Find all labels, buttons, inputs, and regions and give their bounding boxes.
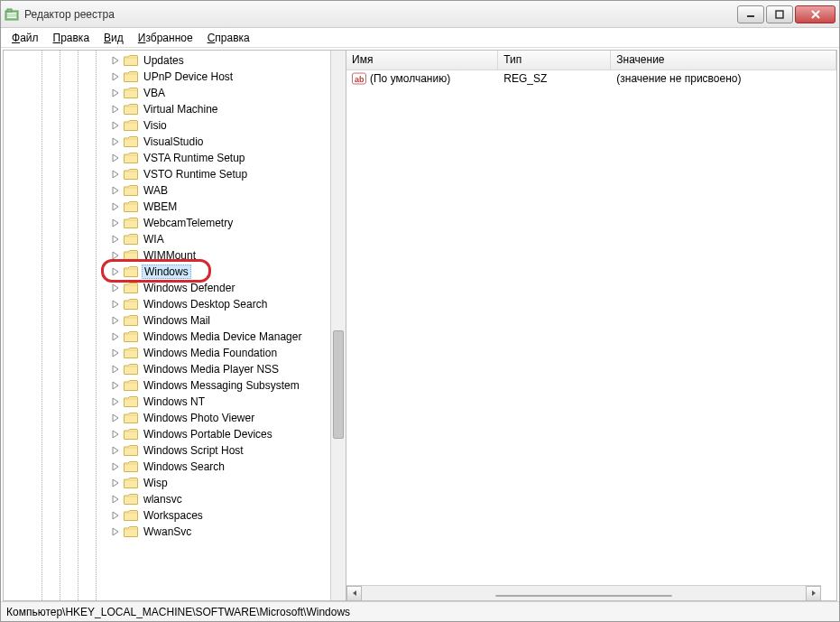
folder-icon <box>124 200 138 213</box>
tree-item[interactable]: Windows Photo Viewer <box>4 410 337 426</box>
menu-item[interactable]: Избранное <box>131 30 200 46</box>
column-header-name[interactable]: Имя <box>346 51 498 70</box>
column-header-type[interactable]: Тип <box>498 51 611 70</box>
tree-item-label: WAB <box>142 184 170 197</box>
expand-icon[interactable] <box>110 251 120 261</box>
expand-icon[interactable] <box>110 316 120 326</box>
expand-icon[interactable] <box>110 348 120 358</box>
registry-tree[interactable]: UpdatesUPnP Device HostVBAVirtual Machin… <box>4 51 337 542</box>
tree-item[interactable]: VBA <box>4 85 337 101</box>
tree-item[interactable]: VSTA Runtime Setup <box>4 150 337 166</box>
close-button[interactable] <box>795 5 835 23</box>
tree-item[interactable]: WIMMount <box>4 247 337 264</box>
tree-item[interactable]: VisualStudio <box>4 134 337 150</box>
scroll-left-button[interactable] <box>346 586 362 601</box>
value-type: REG_SZ <box>498 71 611 86</box>
expand-icon[interactable] <box>110 153 120 163</box>
expand-icon[interactable] <box>110 478 120 488</box>
tree-scroll[interactable]: UpdatesUPnP Device HostVBAVirtual Machin… <box>4 51 337 600</box>
expand-icon[interactable] <box>110 511 120 521</box>
tree-item[interactable]: Workspaces <box>4 507 337 524</box>
expand-icon[interactable] <box>110 186 120 196</box>
tree-item[interactable]: WebcamTelemetry <box>4 215 337 231</box>
expand-icon[interactable] <box>110 267 120 277</box>
menu-item[interactable]: Файл <box>5 30 46 46</box>
maximize-button[interactable] <box>766 5 793 23</box>
tree-item[interactable]: Wisp <box>4 475 337 491</box>
column-header-value[interactable]: Значение <box>611 51 836 70</box>
tree-item[interactable]: Windows Media Player NSS <box>4 361 337 377</box>
status-bar: Компьютер\HKEY_LOCAL_MACHINE\SOFTWARE\Mi… <box>1 601 839 621</box>
tree-item[interactable]: Windows Search <box>4 459 337 475</box>
value-data: (значение не присвоено) <box>611 71 836 86</box>
tree-item[interactable]: Windows Media Foundation <box>4 345 337 361</box>
expand-icon[interactable] <box>110 365 120 375</box>
expand-icon[interactable] <box>110 495 120 505</box>
values-list[interactable]: (По умолчанию)REG_SZ(значение не присвое… <box>346 70 836 87</box>
tree-item[interactable]: Windows Messaging Subsystem <box>4 377 337 394</box>
minimize-button[interactable] <box>737 5 764 23</box>
tree-item[interactable]: Windows NT <box>4 394 337 410</box>
value-row[interactable]: (По умолчанию)REG_SZ(значение не присвое… <box>346 70 836 87</box>
tree-item[interactable]: WAB <box>4 182 337 199</box>
tree-item-label: Virtual Machine <box>142 103 220 116</box>
tree-item[interactable]: Windows <box>4 264 337 280</box>
title-bar: Редактор реестра <box>1 1 839 28</box>
tree-item[interactable]: WBEM <box>4 199 337 215</box>
tree-vertical-scrollbar[interactable] <box>330 51 346 600</box>
expand-icon[interactable] <box>110 300 120 310</box>
tree-item[interactable]: Windows Defender <box>4 280 337 296</box>
expand-icon[interactable] <box>110 430 120 440</box>
folder-icon <box>124 87 138 99</box>
tree-item[interactable]: Updates <box>4 52 337 69</box>
expand-icon[interactable] <box>110 121 120 131</box>
tree-item-label: Windows Photo Viewer <box>142 412 256 424</box>
expand-icon[interactable] <box>110 202 120 212</box>
tree-item[interactable]: Windows Desktop Search <box>4 296 337 312</box>
folder-icon <box>124 168 138 181</box>
expand-icon[interactable] <box>110 397 120 407</box>
svg-rect-6 <box>776 11 783 18</box>
expand-icon[interactable] <box>110 56 120 66</box>
expand-icon[interactable] <box>110 332 120 342</box>
menu-item[interactable]: Правка <box>46 30 97 46</box>
expand-icon[interactable] <box>110 72 120 82</box>
expand-icon[interactable] <box>110 527 120 537</box>
expand-icon[interactable] <box>110 413 120 423</box>
tree-item-label: VBA <box>142 87 167 99</box>
tree-item-label: WIMMount <box>142 249 198 262</box>
tree-item[interactable]: Windows Portable Devices <box>4 426 337 442</box>
tree-item-label: VSTA Runtime Setup <box>142 152 247 164</box>
expand-icon[interactable] <box>110 283 120 293</box>
scrollbar-thumb[interactable] <box>333 330 344 439</box>
expand-icon[interactable] <box>110 235 120 245</box>
tree-item[interactable]: Windows Script Host <box>4 442 337 459</box>
tree-item[interactable]: VSTO Runtime Setup <box>4 166 337 182</box>
tree-item[interactable]: Virtual Machine <box>4 101 337 117</box>
expand-icon[interactable] <box>110 381 120 391</box>
expand-icon[interactable] <box>110 462 120 472</box>
expand-icon[interactable] <box>110 137 120 147</box>
values-horizontal-scrollbar[interactable] <box>346 585 821 600</box>
expand-icon[interactable] <box>110 170 120 180</box>
tree-item[interactable]: Windows Mail <box>4 312 337 329</box>
folder-icon <box>124 298 138 311</box>
tree-item-label: Windows Media Device Manager <box>142 330 303 343</box>
expand-icon[interactable] <box>110 446 120 456</box>
scrollbar-thumb[interactable] <box>495 595 673 597</box>
tree-item-label: Visio <box>142 119 169 132</box>
tree-item[interactable]: UPnP Device Host <box>4 69 337 85</box>
menu-item[interactable]: Вид <box>97 30 131 46</box>
tree-item[interactable]: WIA <box>4 231 337 247</box>
folder-icon <box>124 525 138 538</box>
tree-item[interactable]: WwanSvc <box>4 524 337 540</box>
tree-item[interactable]: wlansvc <box>4 491 337 507</box>
expand-icon[interactable] <box>110 88 120 98</box>
tree-item[interactable]: Windows Media Device Manager <box>4 329 337 345</box>
expand-icon[interactable] <box>110 105 120 115</box>
tree-item-label: WBEM <box>142 200 179 213</box>
scroll-right-button[interactable] <box>806 586 821 601</box>
menu-item[interactable]: Справка <box>200 30 257 46</box>
expand-icon[interactable] <box>110 218 120 228</box>
tree-item[interactable]: Visio <box>4 117 337 134</box>
